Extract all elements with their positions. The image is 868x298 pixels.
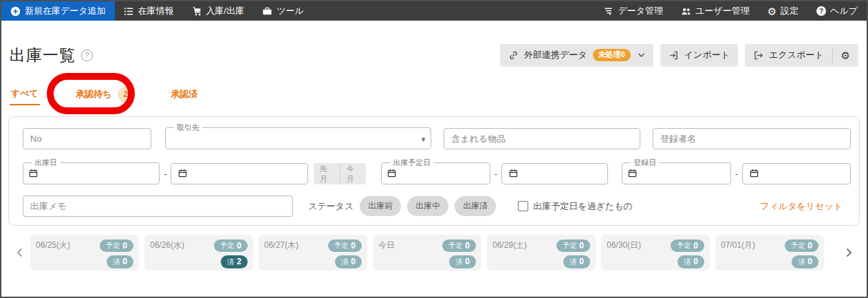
nav-data-management[interactable]: データ管理 xyxy=(594,1,672,21)
no-input[interactable] xyxy=(23,128,151,149)
nav-label: 設定 xyxy=(781,5,799,17)
nav-label: 入庫/出庫 xyxy=(206,5,245,17)
planned-count-pill: 予定0 xyxy=(556,240,590,252)
tab-pending-approval[interactable]: 承認待ち 2 xyxy=(74,83,135,105)
export-button-group: エクスポート ⚙ xyxy=(745,44,858,67)
day-card[interactable]: 06/29(土) 予定0 済0 xyxy=(487,235,596,270)
day-card[interactable]: 06/30(日) 予定0 済0 xyxy=(601,235,710,270)
planned-count-pill: 予定0 xyxy=(328,240,362,252)
status-chip-before[interactable]: 出庫前 xyxy=(360,196,401,216)
nav-user-management[interactable]: ユーザー管理 xyxy=(672,1,759,21)
calendar-icon xyxy=(29,168,38,180)
nav-in-out[interactable]: 入庫/出庫 xyxy=(183,1,254,21)
reset-filters-link[interactable]: フィルタをリセット xyxy=(760,200,843,213)
nav-label: データ管理 xyxy=(618,5,663,17)
tab-label: 承認待ち xyxy=(76,88,111,100)
toolbox-icon xyxy=(262,6,272,17)
day-date: 06/30(日) xyxy=(607,240,641,266)
tab-all[interactable]: すべて xyxy=(10,83,40,105)
nav-help[interactable]: ? ヘルプ xyxy=(807,1,867,21)
export-button[interactable]: エクスポート xyxy=(745,44,832,67)
import-button[interactable]: インポート xyxy=(660,44,738,67)
link-icon xyxy=(508,50,519,61)
memo-input[interactable] xyxy=(23,195,293,217)
client-select-label: 取引先 xyxy=(174,124,202,131)
gear-icon: ⚙ xyxy=(841,50,850,61)
nav-label: ユーザー管理 xyxy=(695,5,750,17)
last-month-button[interactable]: 先月 xyxy=(314,163,340,184)
day-card-today[interactable]: 今日 予定0 済0 xyxy=(373,235,481,270)
registered-date-from-field[interactable]: 登録日 xyxy=(622,159,731,184)
status-chip-during[interactable]: 出庫中 xyxy=(407,196,448,216)
nav-label: 在庫情報 xyxy=(138,5,174,17)
planned-date-label: 出庫予定日 xyxy=(390,159,433,167)
done-count-pill: 済2 xyxy=(221,255,248,268)
day-card[interactable]: 06/25(火) 予定0 済0 xyxy=(30,235,139,270)
done-count-pill: 済0 xyxy=(563,255,590,268)
tab-label: すべて xyxy=(11,87,39,100)
planned-date-from-field[interactable]: 出庫予定日 xyxy=(381,159,490,184)
top-navbar: 新規在庫データ追加 在庫情報 入庫/出庫 ツール データ管理 xyxy=(1,1,867,21)
tab-label: 承認済 xyxy=(171,88,197,100)
overdue-checkbox[interactable] xyxy=(518,201,528,211)
gear-icon: ⚙ xyxy=(768,6,777,17)
prev-days-button[interactable] xyxy=(8,248,30,257)
nav-stock-info[interactable]: 在庫情報 xyxy=(115,1,183,21)
planned-count-pill: 予定0 xyxy=(100,240,133,252)
item-input[interactable] xyxy=(444,128,640,149)
planned-date-to-field[interactable] xyxy=(501,163,608,184)
registrant-input[interactable] xyxy=(653,128,851,149)
day-date: 07/01(月) xyxy=(721,240,755,266)
cart-icon xyxy=(192,6,202,17)
external-data-button[interactable]: 外部連携データ 未処理0 xyxy=(500,44,653,67)
title-help-icon[interactable]: ? xyxy=(81,50,93,61)
day-date: 今日 xyxy=(378,240,395,266)
month-shortcut-buttons: 先月 今月 xyxy=(314,163,366,184)
done-count-pill: 済0 xyxy=(449,255,476,268)
done-count-pill: 済0 xyxy=(792,255,818,268)
done-count-pill: 済0 xyxy=(107,255,133,268)
this-month-button[interactable]: 今月 xyxy=(340,163,367,184)
nav-settings[interactable]: ⚙ 設定 xyxy=(759,1,807,21)
done-count-pill: 済0 xyxy=(335,255,362,268)
day-card[interactable]: 06/26(水) 予定0 済2 xyxy=(144,235,253,270)
nav-label: 新規在庫データ追加 xyxy=(25,5,106,17)
page-title: 出庫一覧 xyxy=(10,45,76,66)
unprocessed-badge: 未処理0 xyxy=(593,49,631,61)
app-window: 新規在庫データ追加 在庫情報 入庫/出庫 ツール データ管理 xyxy=(0,0,868,298)
nav-tools[interactable]: ツール xyxy=(253,1,313,21)
overdue-filter: 出庫予定日を過ぎたもの xyxy=(518,200,633,213)
registered-date-label: 登録日 xyxy=(631,159,659,167)
tab-approved[interactable]: 承認済 xyxy=(169,83,199,105)
planned-count-pill: 予定0 xyxy=(442,240,476,252)
ship-date-from-field[interactable]: 出庫日 xyxy=(23,159,160,184)
calendar-cards: 06/25(火) 予定0 済0 06/26(水) 予定0 済2 06/27(木)… xyxy=(30,235,838,270)
ship-date-label: 出庫日 xyxy=(32,159,60,167)
calendar-strip: 06/25(火) 予定0 済0 06/26(水) 予定0 済2 06/27(木)… xyxy=(8,235,860,270)
pending-count-badge: 2 xyxy=(118,87,133,103)
client-select[interactable]: 取引先 ▾ xyxy=(165,124,431,149)
ship-date-to-field[interactable] xyxy=(171,163,307,184)
range-dash: - xyxy=(495,169,497,179)
export-icon xyxy=(753,50,763,61)
overdue-checkbox-label: 出庫予定日を過ぎたもの xyxy=(533,200,633,213)
range-dash: - xyxy=(164,169,166,179)
day-card[interactable]: 07/01(月) 予定0 済0 xyxy=(715,235,824,270)
day-date: 06/26(水) xyxy=(150,240,184,266)
nav-spacer xyxy=(313,1,595,21)
status-chip-done[interactable]: 出庫済 xyxy=(455,196,496,216)
list-settings-button[interactable]: ⚙ xyxy=(833,44,858,67)
data-stack-icon xyxy=(603,6,614,17)
calendar-icon xyxy=(750,169,759,180)
tab-bar: すべて 承認待ち 2 承認済 xyxy=(10,83,858,105)
nav-add-stock-data[interactable]: 新規在庫データ追加 xyxy=(1,1,115,21)
list-icon xyxy=(124,6,134,17)
range-dash: - xyxy=(735,169,738,179)
day-date: 06/29(土) xyxy=(492,240,527,266)
registered-date-to-field[interactable] xyxy=(742,163,851,184)
day-card[interactable]: 06/27(木) 予定0 済0 xyxy=(259,235,367,270)
page-header: 出庫一覧 ? 外部連携データ 未処理0 インポート xyxy=(10,43,858,67)
calendar-icon xyxy=(178,169,187,180)
day-date: 06/25(火) xyxy=(36,240,70,266)
next-days-button[interactable] xyxy=(838,248,860,257)
